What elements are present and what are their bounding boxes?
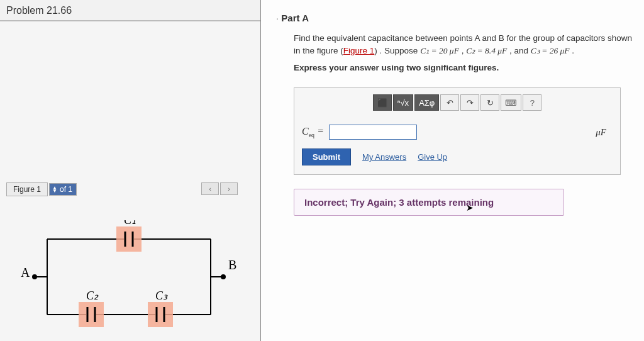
- c2-label: C₂: [86, 289, 99, 302]
- terminal-b-label: B: [228, 258, 236, 272]
- reset-button[interactable]: ↻: [480, 94, 499, 111]
- svg-rect-15: [148, 302, 173, 327]
- figure-next-button[interactable]: ›: [220, 182, 238, 195]
- answer-input[interactable]: [329, 125, 417, 140]
- svg-rect-11: [79, 302, 104, 327]
- figure-tab[interactable]: Figure 1: [6, 182, 48, 196]
- svg-rect-6: [116, 226, 142, 252]
- circuit-figure: A B C₁ C₂ C₃: [9, 220, 248, 333]
- figure-page-spinner[interactable]: ▲▼ of 1: [49, 183, 77, 196]
- root-button[interactable]: ⁿ√x: [393, 94, 413, 111]
- give-up-link[interactable]: Give Up: [418, 152, 447, 162]
- undo-button[interactable]: ↶: [440, 94, 459, 111]
- submit-button[interactable]: Submit: [302, 148, 351, 165]
- spinner-arrows-icon: ▲▼: [52, 186, 57, 193]
- equation-toolbar: ⬛ ⁿ√x ΑΣφ ↶ ↷ ↻ ⌨ ?: [302, 94, 613, 111]
- part-label: Part A: [280, 13, 635, 23]
- keyboard-button[interactable]: ⌨: [501, 94, 521, 111]
- svg-point-18: [32, 274, 37, 279]
- figure-link[interactable]: Figure 1: [343, 46, 375, 55]
- figure-prev-button[interactable]: ‹: [201, 182, 219, 195]
- my-answers-link[interactable]: My Answers: [362, 152, 406, 162]
- answer-instructions: Express your answer using two significan…: [280, 63, 635, 72]
- c1-label: C₁: [124, 220, 136, 226]
- answer-unit: μF: [596, 127, 606, 138]
- redo-button[interactable]: ↷: [460, 94, 479, 111]
- c3-label: C₃: [155, 289, 168, 302]
- feedback-message: Incorrect; Try Again; 3 attempts remaini…: [294, 189, 564, 216]
- problem-title: Problem 21.66: [0, 0, 260, 21]
- svg-point-19: [221, 274, 226, 279]
- terminal-a-label: A: [21, 266, 30, 279]
- help-button[interactable]: ?: [523, 94, 541, 111]
- answer-variable-label: Ceq =: [302, 126, 324, 138]
- problem-prompt: Find the equivalent capacitance between …: [280, 32, 635, 57]
- answer-box: ⬛ ⁿ√x ΑΣφ ↶ ↷ ↻ ⌨ ? Ceq = μF Submit My A…: [294, 87, 621, 175]
- figure-page-label: of 1: [60, 185, 72, 194]
- greek-button[interactable]: ΑΣφ: [414, 94, 439, 111]
- mouse-cursor-icon: ➤: [466, 203, 474, 213]
- templates-button[interactable]: ⬛: [373, 94, 392, 111]
